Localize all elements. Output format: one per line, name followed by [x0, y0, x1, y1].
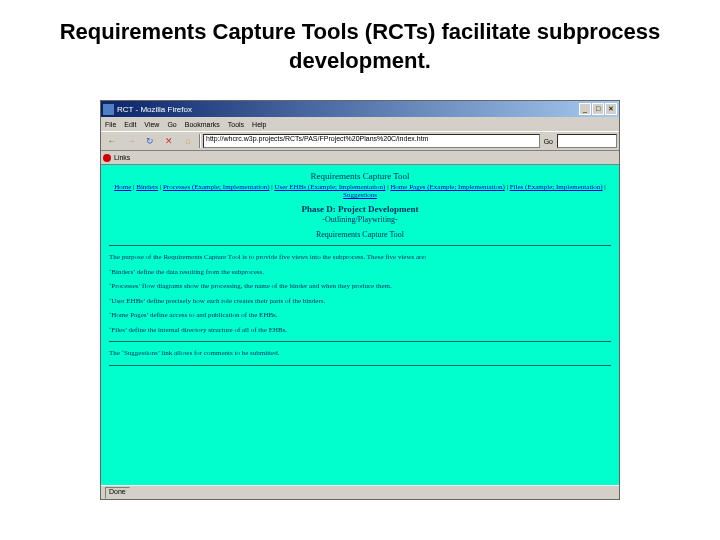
slide-title: Requirements Capture Tools (RCTs) facili…: [0, 0, 720, 85]
menu-edit[interactable]: Edit: [124, 121, 136, 128]
binders-desc: ‘Binders’ define the data resulting from…: [109, 267, 611, 278]
maximize-button[interactable]: □: [592, 103, 604, 115]
nav-home[interactable]: Home: [114, 183, 131, 191]
divider: [109, 341, 611, 342]
doc-header: Requirements Capture Tool: [109, 171, 611, 181]
nav-binders[interactable]: Binders: [136, 183, 158, 191]
title-bar: RCT - Mozilla Firefox _ □ ✕: [101, 101, 619, 117]
reload-button[interactable]: ↻: [141, 133, 159, 149]
suggestions-desc: The ‘Suggestions’ link allows for commen…: [109, 348, 611, 359]
forward-button[interactable]: →: [122, 133, 140, 149]
menu-go[interactable]: Go: [167, 121, 176, 128]
phase-title: Phase D: Project Development: [109, 204, 611, 214]
intro-text: The purpose of the Requirements Capture …: [109, 252, 611, 263]
home-button[interactable]: ⌂: [179, 133, 197, 149]
links-label: Links: [114, 154, 130, 161]
ehbs-desc: ‘User EHBs’ define precisely how each ro…: [109, 296, 611, 307]
menu-help[interactable]: Help: [252, 121, 266, 128]
stop-button[interactable]: ✕: [160, 133, 178, 149]
section-title: Requirements Capture Tool: [109, 230, 611, 239]
menu-bookmarks[interactable]: Bookmarks: [185, 121, 220, 128]
nav-files[interactable]: Files (Example; Implementation): [510, 183, 603, 191]
status-text: Done: [105, 487, 130, 499]
files-desc: ‘Files’ define the internal directory st…: [109, 325, 611, 336]
processes-desc: ‘Processes’ flow diagrams show the proce…: [109, 281, 611, 292]
nav-suggestions[interactable]: Suggestions: [343, 191, 377, 199]
toolbar-separator: [199, 134, 201, 148]
menu-tools[interactable]: Tools: [228, 121, 244, 128]
nav-homepages[interactable]: Home Pages (Example; Implementation): [390, 183, 505, 191]
doc-nav: Home | Binders | Processes (Example; Imp…: [109, 183, 611, 199]
minimize-button[interactable]: _: [579, 103, 591, 115]
link-icon[interactable]: [103, 154, 111, 162]
close-button[interactable]: ✕: [605, 103, 617, 115]
app-icon: [103, 104, 114, 115]
nav-ehbs[interactable]: User EHBs (Example; Implementation): [274, 183, 385, 191]
search-input[interactable]: [557, 134, 617, 148]
address-input[interactable]: http://whcrc.w3p.projects/RCTs/PAS/FProj…: [203, 134, 540, 148]
nav-toolbar: ← → ↻ ✕ ⌂ http://whcrc.w3p.projects/RCTs…: [101, 131, 619, 151]
browser-window: RCT - Mozilla Firefox _ □ ✕ File Edit Vi…: [100, 100, 620, 500]
go-button[interactable]: Go: [541, 133, 556, 149]
phase-subtitle: -Outlining/Playwriting-: [109, 215, 611, 224]
menu-bar: File Edit View Go Bookmarks Tools Help: [101, 117, 619, 131]
homepages-desc: ‘Home Pages’ define access to and public…: [109, 310, 611, 321]
menu-file[interactable]: File: [105, 121, 116, 128]
divider: [109, 245, 611, 246]
divider: [109, 365, 611, 366]
window-title: RCT - Mozilla Firefox: [117, 105, 579, 114]
status-bar: Done: [101, 485, 619, 499]
back-button[interactable]: ←: [103, 133, 121, 149]
page-content: Requirements Capture Tool Home | Binders…: [101, 165, 619, 485]
nav-processes[interactable]: Processes (Example; Implementation): [163, 183, 270, 191]
window-controls: _ □ ✕: [579, 103, 617, 115]
link-bar: Links: [101, 151, 619, 165]
menu-view[interactable]: View: [144, 121, 159, 128]
